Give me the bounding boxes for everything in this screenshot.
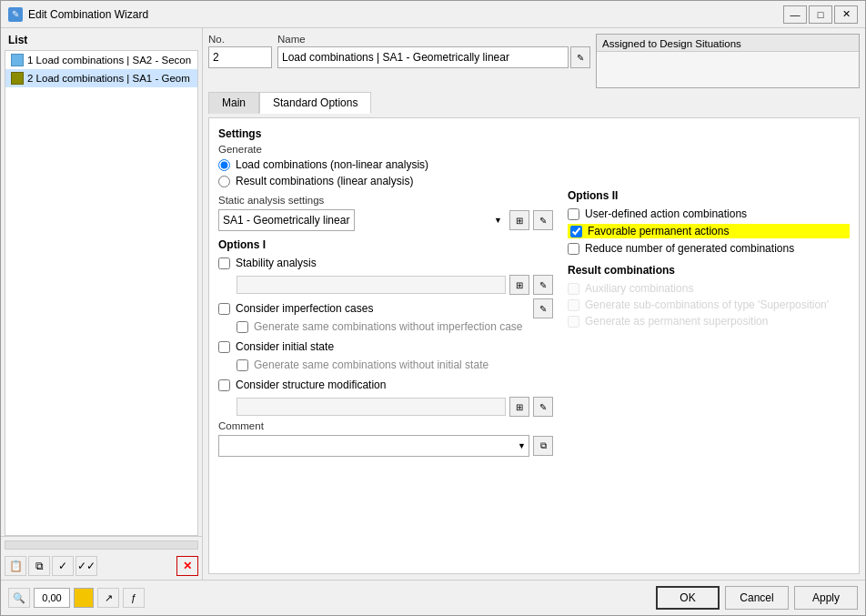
stability-item[interactable]: Stability analysis [218, 257, 553, 269]
bottom-left: 🔍 ↗ ƒ [8, 588, 145, 608]
radio-load-item[interactable]: Load combinations (non-linear analysis) [218, 158, 553, 171]
imperfection-btn[interactable]: ✎ [533, 298, 553, 318]
value-input[interactable] [34, 588, 70, 608]
main-content: List 1 Load combinations | SA2 - Secon 2… [1, 28, 865, 580]
copy-button[interactable]: ⧉ [28, 556, 50, 576]
static-edit-button[interactable]: ✎ [533, 210, 553, 230]
check2-button[interactable]: ✓✓ [76, 556, 97, 576]
tab-standard-options[interactable]: Standard Options [259, 92, 371, 114]
user-defined-checkbox[interactable] [568, 208, 579, 220]
initial-state-checkbox[interactable] [218, 341, 230, 353]
imperfection-item[interactable]: Consider imperfection cases [218, 302, 373, 315]
close-button[interactable]: ✕ [834, 5, 858, 24]
imperfection-sub-checkbox[interactable] [237, 321, 248, 333]
search-icon: 🔍 [13, 592, 25, 604]
favorable-item[interactable]: Favorable permanent actions [568, 224, 850, 238]
tab-main[interactable]: Main [208, 92, 259, 114]
comment-icon: ⧉ [540, 440, 547, 451]
stability-group: Stability analysis ⊞ ✎ [218, 257, 553, 295]
static-row: SA1 - Geometrically linear SA2 - Second … [218, 209, 553, 231]
stability-checkbox[interactable] [218, 258, 230, 269]
imperfection-checkbox[interactable] [218, 303, 230, 315]
list-scrollbar[interactable] [5, 540, 198, 550]
assigned-header: Assigned to Design Situations [597, 35, 859, 52]
no-field-group: No. [208, 34, 272, 68]
list-item-label: 1 Load combinations | SA2 - Secon [27, 55, 191, 66]
structure-btn2[interactable]: ✎ [533, 397, 553, 417]
reduce-label: Reduce number of generated combinations [585, 242, 794, 255]
content-area: Settings Generate Load combinations (non… [208, 117, 860, 574]
favorable-checkbox[interactable] [570, 226, 582, 237]
generate-label: Generate [218, 144, 553, 155]
settings-title: Settings [218, 127, 553, 140]
radio-result-item[interactable]: Result combinations (linear analysis) [218, 175, 553, 187]
stability-icon1: ⊞ [516, 280, 523, 290]
radio-load-input[interactable] [218, 159, 230, 171]
imperfection-group: Consider imperfection cases ✎ Generate s… [218, 298, 553, 337]
no-input[interactable] [208, 46, 272, 68]
ok-button[interactable]: OK [656, 586, 720, 610]
list-item-label: 2 Load combinations | SA1 - Geom [27, 73, 190, 84]
radio-group: Load combinations (non-linear analysis) … [218, 158, 553, 187]
initial-state-sub-label: Generate same combinations without initi… [254, 358, 488, 371]
name-input[interactable] [277, 46, 569, 68]
static-select-wrapper: SA1 - Geometrically linear SA2 - Second … [218, 209, 506, 231]
static-add-button[interactable]: ⊞ [509, 210, 529, 230]
stability-btn2[interactable]: ✎ [533, 275, 553, 295]
apply-button[interactable]: Apply [794, 586, 858, 610]
radio-load-label: Load combinations (non-linear analysis) [236, 158, 428, 171]
list-item[interactable]: 2 Load combinations | SA1 - Geom [5, 69, 197, 87]
initial-state-sub-checkbox[interactable] [237, 359, 248, 371]
search-button[interactable]: 🔍 [8, 588, 30, 608]
list-item[interactable]: 1 Load combinations | SA2 - Secon [5, 51, 197, 69]
maximize-button[interactable]: □ [809, 5, 832, 24]
reduce-checkbox[interactable] [568, 243, 579, 255]
sub-combinations-item[interactable]: Generate sub-combinations of type 'Super… [568, 298, 850, 311]
add-button[interactable]: 📋 [5, 556, 26, 576]
delete-button[interactable]: ✕ [176, 556, 198, 576]
generate-section: Generate Load combinations (non-linear a… [218, 144, 553, 187]
list-scrollbar-area [1, 536, 202, 552]
reduce-item[interactable]: Reduce number of generated combinations [568, 242, 850, 255]
structure-mod-checkbox[interactable] [218, 379, 230, 391]
radio-result-input[interactable] [218, 176, 230, 187]
permanent-superposition-item[interactable]: Generate as permanent superposition [568, 315, 850, 328]
initial-state-item[interactable]: Consider initial state [218, 340, 553, 353]
auxiliary-item[interactable]: Auxiliary combinations [568, 282, 850, 295]
titlebar-buttons: — □ ✕ [783, 5, 858, 24]
app-icon: ✎ [8, 7, 23, 22]
name-edit-button[interactable]: ✎ [570, 46, 590, 68]
no-label: No. [208, 34, 272, 45]
imperfection-sub-item[interactable]: Generate same combinations without imper… [237, 320, 553, 333]
check-button[interactable]: ✓ [52, 556, 74, 576]
main-window: ✎ Edit Combination Wizard — □ ✕ List 1 L… [0, 0, 866, 616]
structure-mod-label: Consider structure modification [236, 379, 386, 391]
edit-icon: ✎ [577, 53, 584, 63]
static-select[interactable]: SA1 - Geometrically linear SA2 - Second … [218, 209, 355, 231]
stability-btn1[interactable]: ⊞ [509, 275, 529, 295]
structure-icon1: ⊞ [516, 402, 523, 412]
cursor-icon: ↗ [105, 592, 113, 604]
static-label: Static analysis settings [218, 195, 553, 206]
color-box[interactable] [74, 588, 94, 608]
list-header: List [1, 28, 202, 50]
structure-btn1[interactable]: ⊞ [509, 397, 529, 417]
structure-mod-item[interactable]: Consider structure modification [218, 379, 553, 391]
comment-btn[interactable]: ⧉ [533, 436, 553, 456]
initial-state-sub-item[interactable]: Generate same combinations without initi… [237, 358, 553, 371]
function-button[interactable]: ƒ [123, 588, 145, 608]
user-defined-item[interactable]: User-defined action combinations [568, 207, 850, 220]
structure-sub-input[interactable] [237, 398, 506, 416]
result-combinations-section: Result combinations Auxiliary combinatio… [568, 264, 850, 328]
titlebar: ✎ Edit Combination Wizard — □ ✕ [1, 1, 865, 28]
permanent-superposition-checkbox [568, 316, 579, 328]
stability-sub-input[interactable] [237, 276, 506, 294]
minimize-button[interactable]: — [783, 5, 807, 24]
structure-sub-row: ⊞ ✎ [237, 397, 553, 417]
tabs: Main Standard Options [208, 92, 860, 114]
static-add-icon: ⊞ [516, 216, 523, 226]
cursor-button[interactable]: ↗ [97, 588, 119, 608]
cancel-button[interactable]: Cancel [725, 586, 789, 610]
comment-select[interactable] [218, 435, 529, 457]
list-item-icon [11, 54, 24, 66]
